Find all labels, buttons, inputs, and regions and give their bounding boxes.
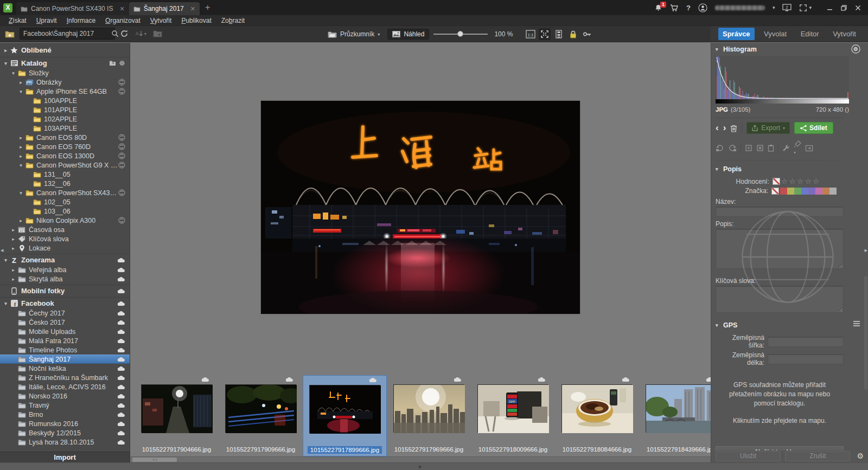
zoom-slider-thumb[interactable] (457, 31, 463, 37)
address-bar[interactable] (20, 28, 115, 40)
next-image-button[interactable]: › (723, 124, 726, 132)
browser-mode-dropdown[interactable]: Průzkumník ▾ (324, 29, 383, 39)
expand-arrow-icon[interactable]: ▾ (17, 163, 24, 168)
sidebar-item-skryt-alba[interactable]: ▸Skrytá alba (0, 274, 130, 284)
sidebar-item-nikon-coolpix-a300[interactable]: ▸Nikon Coolpix A300 (0, 216, 130, 225)
import-button[interactable]: Import (0, 452, 130, 462)
sidebar-item-travn[interactable]: Travný (0, 401, 130, 410)
filmstrip-item-2[interactable]: 10155227917909666.jpg (219, 375, 303, 456)
sidebar-item-mobile-uploads[interactable]: Mobile Uploads (0, 327, 130, 336)
zoom-slider[interactable] (433, 29, 488, 40)
sidebar-item-mobiln-fotky[interactable]: Mobilní fotky (0, 285, 130, 296)
thumbnail-city[interactable] (646, 384, 711, 433)
sidebar-item-101apple[interactable]: 101APPLE (0, 105, 130, 114)
filmstrip-item-1[interactable]: 10155227917904666.jpg (135, 375, 219, 456)
sidebar-item-facebook[interactable]: ▾fFacebook (0, 297, 130, 308)
expand-arrow-icon[interactable]: ▸ (17, 80, 24, 85)
brush-icon[interactable]: ▾ (794, 140, 801, 156)
export-button[interactable]: Export ▾ (746, 122, 790, 134)
gps-section-header[interactable]: ▾ GPS (716, 319, 864, 332)
collapse-left-panel-icon[interactable]: ◂ (1, 247, 4, 254)
expand-arrow-icon[interactable]: ▾ (17, 89, 24, 94)
expand-arrow-icon[interactable]: ▸ (10, 276, 17, 282)
sidebar-item-102apple[interactable]: 102APPLE (0, 114, 130, 124)
histogram-section-header[interactable]: ▾ Histogram ⚙ (716, 43, 864, 56)
menu-upravit[interactable]: Upravit (32, 16, 61, 25)
sidebar-item-anghaj-2017[interactable]: Šanghaj 2017 (0, 355, 130, 364)
tag-color-swatch-6[interactable] (815, 188, 822, 195)
menu-vytvo-it[interactable]: Vytvořit (146, 16, 176, 25)
sidebar-item-100apple[interactable]: 100APPLE (0, 96, 130, 105)
tools-icon[interactable] (109, 60, 125, 67)
rotate-right-icon[interactable] (728, 144, 737, 152)
expand-arrow-icon[interactable]: ▸ (17, 153, 24, 159)
sidebar-item-lokace[interactable]: ▸Lokace (0, 243, 130, 253)
lock-icon[interactable] (567, 28, 579, 40)
tag-color-swatch-8[interactable] (829, 188, 837, 195)
tab-editor[interactable]: Editor (796, 28, 824, 40)
menu-organizovat[interactable]: Organizovat (101, 16, 145, 25)
delete-icon[interactable] (730, 124, 737, 132)
sidebar-item-brno[interactable]: Brno (0, 410, 130, 419)
close-button[interactable] (851, 2, 865, 14)
sidebar-item-obr-zky[interactable]: ▸Obrázky (0, 78, 130, 87)
tab-vytvorit[interactable]: Vytvořit (828, 28, 860, 40)
filmstrip-item-5[interactable]: 29年10155227918009666.jpg (471, 375, 555, 456)
expand-arrow-icon[interactable]: ▾ (2, 61, 9, 66)
refresh-icon[interactable] (118, 28, 130, 40)
expand-arrow-icon[interactable]: ▸ (2, 48, 9, 53)
sidebar-item-103apple[interactable]: 103APPLE (0, 124, 130, 133)
sidebar-item-apple-iphone-se-64gb[interactable]: ▾Apple iPhone SE 64GB (0, 87, 130, 96)
filmstrip-item-6[interactable]: 10155227918084666.jpg (555, 375, 639, 456)
zoom-1to1-button[interactable]: 1:1 (525, 28, 537, 40)
rating-none-swatch[interactable] (773, 178, 780, 185)
tab-spravce[interactable]: Správce (718, 28, 755, 40)
collapse-caret-icon[interactable]: ▾ (716, 323, 723, 328)
tag-color-swatch-7[interactable] (822, 188, 829, 195)
expand-arrow-icon[interactable]: ▸ (17, 135, 24, 140)
filmstrip-item-3[interactable]: 10155227917899666.jpg (303, 375, 387, 456)
expand-arrow-icon[interactable]: ▾ (2, 257, 9, 263)
sidebar-item-z-hrane-n-ku-na-umbark[interactable]: Z Hranečníku na Šumbark (0, 373, 130, 382)
menu-z-skat[interactable]: Získat (4, 16, 31, 25)
tag-color-swatch-5[interactable] (808, 188, 815, 195)
sidebar-item-katalog[interactable]: ▾Katalog (0, 57, 130, 68)
sidebar-item-norsko-2016[interactable]: Norsko 2016 (0, 391, 130, 401)
latitude-input[interactable] (768, 337, 844, 347)
collapse-right-panel-icon[interactable]: ▸ (864, 247, 867, 254)
sidebar-item-zonerama[interactable]: ▾ZZonerama (0, 254, 130, 265)
document-tab-2[interactable]: Šanghaj 2017 ✕ (129, 2, 200, 15)
thumbnail-can[interactable]: 29年 (477, 384, 548, 433)
sidebar-item-103-06[interactable]: 103__06 (0, 207, 130, 216)
move-to-folder-icon[interactable] (151, 28, 164, 40)
second-display-icon[interactable]: 2 (782, 4, 792, 11)
gps-menu-icon[interactable] (853, 320, 860, 327)
filmstrip-panel-toggle[interactable] (553, 28, 565, 40)
filmstrip-scrollbar[interactable] (130, 456, 711, 462)
cart-icon[interactable] (670, 4, 679, 12)
rating-stars[interactable]: ☆☆☆☆☆ (781, 177, 821, 185)
load-tracklog-button[interactable]: Načíst tracklog... (716, 446, 844, 450)
thumbnail-skyline[interactable] (393, 384, 464, 433)
menu-publikovat[interactable]: Publikovat (177, 16, 215, 25)
collapse-caret-icon[interactable]: ▾ (716, 166, 723, 172)
sidebar-item-timeline-photos[interactable]: Timeline Photos (0, 345, 130, 355)
filmstrip-item-7[interactable]: 10155227918439666.jpg (639, 375, 711, 456)
description-section-header[interactable]: ▾ Popis (716, 163, 864, 176)
tag-color-swatch-1[interactable] (780, 188, 787, 195)
compare-key-icon[interactable] (581, 28, 593, 40)
expand-arrow-icon[interactable]: ▾ (2, 301, 9, 306)
sidebar-item-echy-2017[interactable]: Čechy 2017 (0, 308, 130, 318)
sidebar-item-rumunsko-2016[interactable]: Rumunsko 2016 (0, 419, 130, 428)
scrollbar-thumb[interactable] (132, 458, 177, 462)
preview-toggle-button[interactable]: Náhled (387, 29, 429, 40)
fullscreen-icon[interactable]: ▾ (799, 4, 812, 12)
thumbnail-alley[interactable] (141, 384, 212, 433)
folder-up-icon[interactable] (3, 28, 16, 40)
sidebar-item-asov-osa[interactable]: ▸Časová osa (0, 225, 130, 234)
tag-color-swatch-9[interactable] (837, 188, 844, 195)
expand-arrow-icon[interactable]: ▸ (10, 227, 17, 233)
sidebar-item-beskydy-12-2015[interactable]: Beskydy 12/2015 (0, 428, 130, 437)
share-button[interactable]: Sdílet (794, 122, 833, 134)
address-input[interactable] (20, 30, 110, 37)
